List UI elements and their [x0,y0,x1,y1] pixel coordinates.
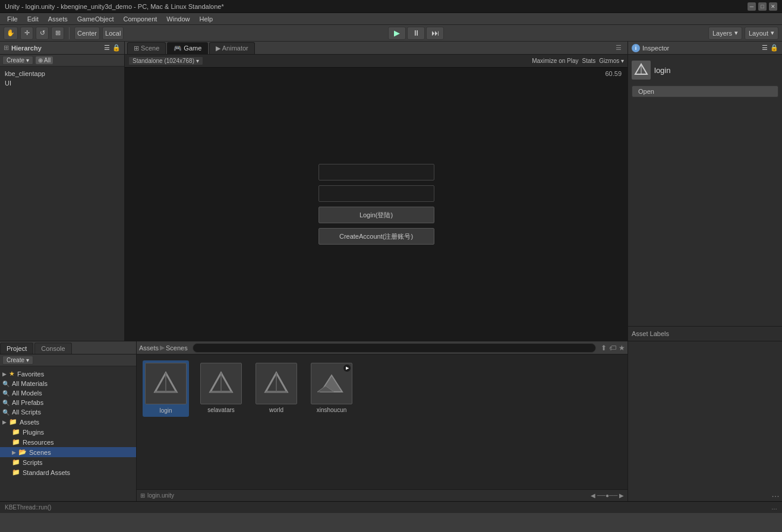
plugins-item[interactable]: 📁 Plugins [0,427,136,437]
minimize-button[interactable]: ─ [748,2,756,11]
toolbar-separator [69,27,70,39]
bottom-tabs: Project Console [0,341,136,354]
resources-item[interactable]: 📁 Resources [0,437,136,447]
assets-tag-icon[interactable]: 🏷 [609,344,616,352]
playback-controls: ▶ ⏸ ⏭ [126,27,706,40]
status-dots[interactable]: … [771,504,777,511]
menu-gameobject[interactable]: GameObject [72,14,119,24]
stats-button[interactable]: Stats [582,58,596,64]
breadcrumb-scenes[interactable]: Scenes [166,344,188,352]
step-button[interactable]: ⏭ [426,27,444,40]
scripts-item[interactable]: 📁 Scripts [0,457,136,467]
toolbar-right: Layers ▾ Layout ▾ [708,27,778,40]
asset-labels-section: Asset Labels [628,326,782,341]
rotate-tool-button[interactable]: ↺ [36,27,49,40]
project-content: ▶ ★ Favorites 🔍 All Materials 🔍 All Mode… [0,366,136,501]
asset-item-login[interactable]: login [143,360,189,417]
scale-tool-button[interactable]: ⊞ [51,27,64,40]
layout-dropdown[interactable]: Layout ▾ [745,27,778,40]
hierarchy-item-kbe[interactable]: kbe_clientapp [0,69,124,78]
scene-footer-icon: ⊞ [140,492,145,499]
standalone-label: Standalone (1024x768) [133,58,194,64]
animator-tab-label: Animator [222,45,248,52]
favorites-arrow[interactable]: ▶ [2,371,7,377]
center-button[interactable]: Center [74,27,100,40]
maximize-on-play-label[interactable]: Maximize on Play [532,58,578,64]
animator-tab[interactable]: ▶ Animator [209,42,254,54]
password-input[interactable] [319,185,434,202]
assets-search-input[interactable] [193,343,596,353]
scenes-item[interactable]: ▶ 📂 Scenes [0,447,136,457]
standalone-dropdown[interactable]: Standalone (1024x768) ▾ [128,56,203,65]
assets-star-icon[interactable]: ★ [619,344,625,352]
inspector-panel: i Inspector ☰ 🔒 login Open Asset Labels [628,42,782,341]
hierarchy-item-ui[interactable]: UI [0,78,124,88]
window-title: Unity - login.unity - kbengine_unity3d_d… [5,3,748,10]
toolbar: ✋ ✛ ↺ ⊞ Center Local ▶ ⏸ ⏭ Layers ▾ Layo… [0,25,782,42]
menu-window[interactable]: Window [162,14,194,24]
username-input[interactable] [319,164,434,180]
asset-item-xinshoucun[interactable]: ▶ xinshoucun [308,360,355,416]
layers-dropdown[interactable]: Layers ▾ [708,27,742,40]
all-models-item[interactable]: 🔍 All Models [0,388,136,398]
assets-upload-icon[interactable]: ⬆ [601,344,607,352]
all-prefabs-item[interactable]: 🔍 All Prefabs [0,398,136,407]
play-button[interactable]: ▶ [388,27,406,40]
hand-tool-button[interactable]: ✋ [4,27,18,40]
game-toolbar: Standalone (1024x768) ▾ Maximize on Play… [125,55,628,68]
assets-toolbar: Assets ▶ Scenes ⬆ 🏷 ★ [137,341,628,354]
project-create-button[interactable]: Create ▾ [2,356,33,365]
breadcrumb: Assets ▶ Scenes [139,344,188,352]
local-button[interactable]: Local [102,27,124,40]
asset-label-world: world [269,407,283,413]
menu-assets[interactable]: Assets [43,14,72,24]
all-scripts-item[interactable]: 🔍 All Scripts [0,407,136,417]
asset-labels-title: Asset Labels [632,330,669,337]
folder-icon: 📁 [9,418,17,426]
menu-help[interactable]: Help [194,14,217,24]
hierarchy-create-button[interactable]: Create ▾ [2,56,33,65]
scene-footer-slider[interactable]: ◀ ──●── ▶ [591,492,624,499]
hierarchy-all-tag[interactable]: ⊕ All [36,56,53,64]
breadcrumb-separator: ▶ [160,344,165,352]
unity-logo-icon [632,61,651,80]
maximize-button[interactable]: □ [758,2,767,11]
inspector-object: login [632,58,778,82]
inspector-menu-button[interactable]: ☰ [762,44,768,52]
console-tab[interactable]: Console [34,343,71,354]
menu-edit[interactable]: Edit [23,14,43,24]
status-text: KBEThread::run() [5,504,51,511]
assets-root-item[interactable]: ▶ 📁 Assets [0,417,136,427]
create-account-button[interactable]: CreateAccount(注册账号) [319,228,434,245]
assets-arrow: ▶ [2,419,7,425]
asset-item-world[interactable]: world [253,360,299,416]
open-button[interactable]: Open [632,86,778,97]
inspector-lock-button[interactable]: 🔒 [770,44,778,52]
breadcrumb-assets[interactable]: Assets [139,344,159,352]
move-tool-button[interactable]: ✛ [20,27,33,40]
pause-button[interactable]: ⏸ [407,27,425,40]
search-icon: 🔍 [2,400,10,406]
game-tab[interactable]: 🎮 Game [167,42,208,54]
favorites-star-icon: ★ [9,370,15,378]
project-tab[interactable]: Project [0,343,33,354]
asset-item-selavatars[interactable]: selavatars [198,360,244,416]
favorites-label: Favorites [17,370,44,378]
hierarchy-lock-button[interactable]: 🔒 [112,44,121,52]
hierarchy-menu-button[interactable]: ☰ [104,44,110,52]
menu-file[interactable]: File [2,14,23,24]
close-button[interactable]: ✕ [769,2,777,11]
local-label: Local [105,30,121,37]
scene-tab[interactable]: ⊞ Scene [127,42,166,54]
tabs-overflow-button[interactable]: ☰ [612,44,625,52]
layout-label: Layout [749,30,768,37]
login-button[interactable]: Login(登陆) [319,207,434,223]
inspector-bottom-dots[interactable]: … [771,489,780,499]
standard-assets-item[interactable]: 📁 Standard Assets [0,467,136,477]
menu-component[interactable]: Component [118,14,162,24]
assets-label: Assets [20,419,39,426]
favorites-header: ▶ ★ Favorites [0,369,136,379]
gizmos-button[interactable]: Gizmos ▾ [599,58,624,64]
hierarchy-toolbar: Create ▾ ⊕ All [0,55,124,66]
all-materials-item[interactable]: 🔍 All Materials [0,379,136,388]
